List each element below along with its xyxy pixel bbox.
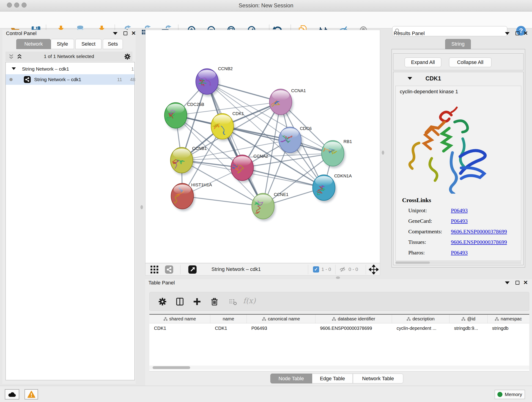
collapse-all-button[interactable]: Collapse All <box>449 57 491 67</box>
horizontal-scrollbar[interactable] <box>395 261 521 264</box>
close-panel-icon[interactable]: ✕ <box>523 31 528 36</box>
network-view-toolbar: String Network – cdk1 ✓ 1 - 0 0 - 0 <box>145 263 380 275</box>
grid-view-icon[interactable] <box>151 266 158 274</box>
collection-expand-icon[interactable] <box>12 67 16 70</box>
tab-string[interactable]: String <box>445 39 471 49</box>
selected-checkbox-icon[interactable]: ✓ <box>313 266 319 273</box>
selected-count: 1 - 0 <box>322 267 331 272</box>
crosslinks-title: CrossLinks <box>402 197 431 204</box>
delete-column-icon[interactable] <box>210 298 219 306</box>
detach-view-icon[interactable] <box>188 265 196 274</box>
current-network-bullet-icon <box>9 78 13 81</box>
column-type-icon <box>332 317 336 321</box>
navbar-separator <box>335 265 336 274</box>
column-type-icon <box>262 317 266 321</box>
network-label: String Network – cdk1 <box>34 77 81 82</box>
gear-icon[interactable] <box>158 298 167 306</box>
svg-text:HIST1H1A: HIST1H1A <box>191 182 212 187</box>
navbar-separator <box>308 265 308 274</box>
svg-text:CCNA1: CCNA1 <box>291 88 306 93</box>
navbar-separator <box>180 265 181 274</box>
column-header[interactable]: description <box>392 315 450 323</box>
close-panel-icon[interactable]: ✕ <box>523 280 528 285</box>
network-selection-status: 1 of 1 Network selected <box>6 54 133 59</box>
expand-all-button[interactable]: Expand All <box>405 57 441 67</box>
results-panel: Results Panel ✕ String Expand All Collap… <box>390 30 532 279</box>
column-type-icon <box>407 317 411 321</box>
column-type-icon <box>495 317 499 321</box>
left-splitter-handle[interactable] <box>140 205 143 209</box>
network-edge-count: 48 <box>126 77 135 82</box>
column-type-icon <box>164 317 167 321</box>
hidden-count: 0 - 0 <box>348 267 358 272</box>
svg-text:CCNE1: CCNE1 <box>274 192 288 197</box>
table-horizontal-scrollbar[interactable] <box>149 366 529 370</box>
network-icon <box>24 76 31 83</box>
collection-count: 1 <box>125 66 134 72</box>
tab-select[interactable]: Select <box>75 39 101 49</box>
results-panel-title: Results Panel <box>394 31 425 36</box>
add-column-icon[interactable] <box>193 298 201 306</box>
column-header[interactable]: @id <box>450 315 488 323</box>
crosslink-link[interactable]: 9606.ENSP00000378699 <box>451 229 507 235</box>
float-panel-icon[interactable] <box>113 32 118 35</box>
gear-icon[interactable] <box>124 53 131 60</box>
tab-style[interactable]: Style <box>51 39 74 49</box>
maximize-panel-icon[interactable] <box>515 32 519 35</box>
network-graph[interactable]: CCNB2CCNA1CDC25BCDK1CDC6RB1CCNB1CCNA2CDK… <box>146 30 380 263</box>
float-panel-icon[interactable] <box>505 32 510 35</box>
protein-structure-image <box>404 102 490 194</box>
birdseye-navigator-icon[interactable] <box>369 265 379 274</box>
network-node-count: 11 <box>113 77 122 82</box>
column-header[interactable]: database identifier <box>316 315 392 323</box>
network-tree: String Network – cdk1 1 String Network –… <box>6 62 135 380</box>
tab-node-table[interactable]: Node Table <box>270 374 312 383</box>
table-panel: Table Panel ✕ f(x) shared name name cano… <box>145 279 532 386</box>
control-panel-title: Control Panel <box>6 31 36 36</box>
memory-button[interactable]: Memory <box>495 390 525 399</box>
network-collection-row[interactable]: String Network – cdk1 1 <box>6 64 134 74</box>
expand-collapse-box: Expand All Collapse All <box>393 53 524 70</box>
crosslink-link[interactable]: P06493 <box>451 249 468 256</box>
float-panel-icon[interactable] <box>505 281 510 284</box>
cloud-status-button[interactable] <box>5 389 19 400</box>
crosslink-link[interactable]: P06493 <box>451 207 468 214</box>
bottom-splitter-handle[interactable] <box>336 276 340 279</box>
node-table[interactable]: shared name name canonical name database… <box>149 314 529 371</box>
navbar-separator <box>366 265 366 274</box>
crosslink-link[interactable]: 9606.ENSP00000378699 <box>451 239 507 245</box>
column-type-icon <box>462 317 465 321</box>
table-row[interactable]: CDK1 CDK1 P06493 9606.ENSP00000378699 cy… <box>149 323 529 333</box>
svg-text:CDC6: CDC6 <box>300 126 312 131</box>
title-bar: Session: New Session <box>0 0 532 12</box>
table-panel-title: Table Panel <box>148 280 175 286</box>
section-collapse-icon[interactable] <box>408 77 412 80</box>
protein-description: cyclin-dependent kinase 1 <box>400 89 458 95</box>
network-row[interactable]: String Network – cdk1 11 48 <box>6 74 134 85</box>
warning-icon <box>27 391 35 398</box>
svg-text:RB1: RB1 <box>343 139 352 144</box>
network-view-canvas[interactable]: CCNB2CCNA1CDC25BCDK1CDC6RB1CCNB1CCNA2CDK… <box>145 30 380 263</box>
hidden-eye-icon <box>339 266 346 273</box>
crosslink-link[interactable]: P06493 <box>451 218 468 224</box>
close-panel-icon[interactable]: ✕ <box>131 31 136 36</box>
tab-network-table[interactable]: Network Table <box>353 374 403 383</box>
warning-status-button[interactable] <box>25 389 38 400</box>
maximize-panel-icon[interactable] <box>515 281 519 285</box>
svg-text:CDK1: CDK1 <box>232 111 244 116</box>
column-header[interactable]: shared name <box>149 315 210 323</box>
network-view-icon[interactable] <box>165 265 173 274</box>
control-panel: Control Panel ✕ Network Style Select Set… <box>2 30 136 384</box>
column-header[interactable]: name <box>210 315 247 323</box>
tab-network[interactable]: Network <box>16 39 51 49</box>
crosslink-label: Pharos: <box>408 249 425 256</box>
column-header[interactable]: canonical name <box>247 315 316 323</box>
tab-sets[interactable]: Sets <box>103 39 123 49</box>
tab-edge-table[interactable]: Edge Table <box>312 374 353 383</box>
right-splitter-handle[interactable] <box>382 151 384 155</box>
svg-text:CDC25B: CDC25B <box>187 102 204 107</box>
svg-text:CDKN1A: CDKN1A <box>334 173 352 178</box>
column-header[interactable]: namespac <box>488 315 529 323</box>
show-columns-icon[interactable] <box>176 298 184 306</box>
maximize-panel-icon[interactable] <box>123 32 127 35</box>
